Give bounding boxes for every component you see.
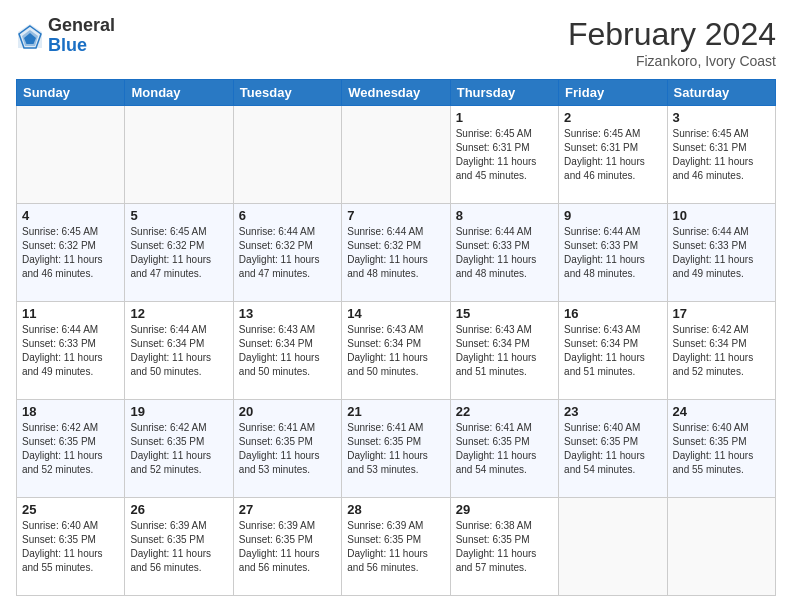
day-number: 9	[564, 208, 661, 223]
logo-blue-text: Blue	[48, 36, 115, 56]
day-info: Sunrise: 6:45 AM Sunset: 6:31 PM Dayligh…	[564, 128, 645, 181]
day-info: Sunrise: 6:43 AM Sunset: 6:34 PM Dayligh…	[456, 324, 537, 377]
calendar-cell	[233, 106, 341, 204]
day-number: 4	[22, 208, 119, 223]
calendar-cell: 6Sunrise: 6:44 AM Sunset: 6:32 PM Daylig…	[233, 204, 341, 302]
calendar-cell: 12Sunrise: 6:44 AM Sunset: 6:34 PM Dayli…	[125, 302, 233, 400]
day-info: Sunrise: 6:42 AM Sunset: 6:34 PM Dayligh…	[673, 324, 754, 377]
day-number: 13	[239, 306, 336, 321]
calendar-cell: 10Sunrise: 6:44 AM Sunset: 6:33 PM Dayli…	[667, 204, 775, 302]
calendar-header-sunday: Sunday	[17, 80, 125, 106]
day-number: 1	[456, 110, 553, 125]
day-info: Sunrise: 6:41 AM Sunset: 6:35 PM Dayligh…	[456, 422, 537, 475]
location: Fizankoro, Ivory Coast	[568, 53, 776, 69]
header-right: February 2024 Fizankoro, Ivory Coast	[568, 16, 776, 69]
calendar-cell: 20Sunrise: 6:41 AM Sunset: 6:35 PM Dayli…	[233, 400, 341, 498]
day-number: 12	[130, 306, 227, 321]
calendar-cell	[125, 106, 233, 204]
month-title: February 2024	[568, 16, 776, 53]
calendar-cell: 14Sunrise: 6:43 AM Sunset: 6:34 PM Dayli…	[342, 302, 450, 400]
calendar-cell: 1Sunrise: 6:45 AM Sunset: 6:31 PM Daylig…	[450, 106, 558, 204]
day-number: 11	[22, 306, 119, 321]
day-info: Sunrise: 6:42 AM Sunset: 6:35 PM Dayligh…	[22, 422, 103, 475]
day-info: Sunrise: 6:44 AM Sunset: 6:32 PM Dayligh…	[239, 226, 320, 279]
day-number: 17	[673, 306, 770, 321]
calendar-cell	[667, 498, 775, 596]
calendar-cell	[559, 498, 667, 596]
logo-icon	[16, 22, 44, 50]
day-info: Sunrise: 6:45 AM Sunset: 6:32 PM Dayligh…	[130, 226, 211, 279]
calendar-cell: 4Sunrise: 6:45 AM Sunset: 6:32 PM Daylig…	[17, 204, 125, 302]
day-number: 23	[564, 404, 661, 419]
day-info: Sunrise: 6:41 AM Sunset: 6:35 PM Dayligh…	[347, 422, 428, 475]
calendar-week-row: 25Sunrise: 6:40 AM Sunset: 6:35 PM Dayli…	[17, 498, 776, 596]
calendar-header-tuesday: Tuesday	[233, 80, 341, 106]
day-number: 18	[22, 404, 119, 419]
day-info: Sunrise: 6:39 AM Sunset: 6:35 PM Dayligh…	[239, 520, 320, 573]
day-number: 20	[239, 404, 336, 419]
day-number: 10	[673, 208, 770, 223]
calendar-cell: 5Sunrise: 6:45 AM Sunset: 6:32 PM Daylig…	[125, 204, 233, 302]
day-number: 5	[130, 208, 227, 223]
calendar-table: SundayMondayTuesdayWednesdayThursdayFrid…	[16, 79, 776, 596]
day-info: Sunrise: 6:45 AM Sunset: 6:31 PM Dayligh…	[673, 128, 754, 181]
day-info: Sunrise: 6:44 AM Sunset: 6:33 PM Dayligh…	[456, 226, 537, 279]
day-number: 22	[456, 404, 553, 419]
page: General Blue February 2024 Fizankoro, Iv…	[0, 0, 792, 612]
calendar-cell: 2Sunrise: 6:45 AM Sunset: 6:31 PM Daylig…	[559, 106, 667, 204]
calendar-cell: 19Sunrise: 6:42 AM Sunset: 6:35 PM Dayli…	[125, 400, 233, 498]
day-info: Sunrise: 6:40 AM Sunset: 6:35 PM Dayligh…	[22, 520, 103, 573]
day-info: Sunrise: 6:44 AM Sunset: 6:33 PM Dayligh…	[22, 324, 103, 377]
calendar-cell: 25Sunrise: 6:40 AM Sunset: 6:35 PM Dayli…	[17, 498, 125, 596]
calendar-cell: 26Sunrise: 6:39 AM Sunset: 6:35 PM Dayli…	[125, 498, 233, 596]
logo-general-text: General	[48, 16, 115, 36]
day-info: Sunrise: 6:45 AM Sunset: 6:31 PM Dayligh…	[456, 128, 537, 181]
day-info: Sunrise: 6:45 AM Sunset: 6:32 PM Dayligh…	[22, 226, 103, 279]
day-number: 15	[456, 306, 553, 321]
day-info: Sunrise: 6:43 AM Sunset: 6:34 PM Dayligh…	[564, 324, 645, 377]
calendar-cell: 15Sunrise: 6:43 AM Sunset: 6:34 PM Dayli…	[450, 302, 558, 400]
calendar-cell: 23Sunrise: 6:40 AM Sunset: 6:35 PM Dayli…	[559, 400, 667, 498]
day-info: Sunrise: 6:44 AM Sunset: 6:34 PM Dayligh…	[130, 324, 211, 377]
calendar-cell: 8Sunrise: 6:44 AM Sunset: 6:33 PM Daylig…	[450, 204, 558, 302]
calendar-cell: 11Sunrise: 6:44 AM Sunset: 6:33 PM Dayli…	[17, 302, 125, 400]
calendar-cell: 17Sunrise: 6:42 AM Sunset: 6:34 PM Dayli…	[667, 302, 775, 400]
day-info: Sunrise: 6:39 AM Sunset: 6:35 PM Dayligh…	[347, 520, 428, 573]
day-number: 3	[673, 110, 770, 125]
calendar-cell: 24Sunrise: 6:40 AM Sunset: 6:35 PM Dayli…	[667, 400, 775, 498]
calendar-header-saturday: Saturday	[667, 80, 775, 106]
calendar-header-friday: Friday	[559, 80, 667, 106]
day-number: 16	[564, 306, 661, 321]
day-info: Sunrise: 6:40 AM Sunset: 6:35 PM Dayligh…	[564, 422, 645, 475]
day-info: Sunrise: 6:44 AM Sunset: 6:32 PM Dayligh…	[347, 226, 428, 279]
day-number: 2	[564, 110, 661, 125]
day-number: 26	[130, 502, 227, 517]
day-number: 25	[22, 502, 119, 517]
day-info: Sunrise: 6:44 AM Sunset: 6:33 PM Dayligh…	[564, 226, 645, 279]
day-number: 8	[456, 208, 553, 223]
calendar-cell: 3Sunrise: 6:45 AM Sunset: 6:31 PM Daylig…	[667, 106, 775, 204]
day-info: Sunrise: 6:43 AM Sunset: 6:34 PM Dayligh…	[347, 324, 428, 377]
day-number: 6	[239, 208, 336, 223]
calendar-cell: 28Sunrise: 6:39 AM Sunset: 6:35 PM Dayli…	[342, 498, 450, 596]
header: General Blue February 2024 Fizankoro, Iv…	[16, 16, 776, 69]
logo: General Blue	[16, 16, 115, 56]
calendar-week-row: 4Sunrise: 6:45 AM Sunset: 6:32 PM Daylig…	[17, 204, 776, 302]
calendar-cell: 13Sunrise: 6:43 AM Sunset: 6:34 PM Dayli…	[233, 302, 341, 400]
day-number: 24	[673, 404, 770, 419]
day-info: Sunrise: 6:39 AM Sunset: 6:35 PM Dayligh…	[130, 520, 211, 573]
day-info: Sunrise: 6:38 AM Sunset: 6:35 PM Dayligh…	[456, 520, 537, 573]
calendar-week-row: 11Sunrise: 6:44 AM Sunset: 6:33 PM Dayli…	[17, 302, 776, 400]
calendar-cell: 21Sunrise: 6:41 AM Sunset: 6:35 PM Dayli…	[342, 400, 450, 498]
day-info: Sunrise: 6:40 AM Sunset: 6:35 PM Dayligh…	[673, 422, 754, 475]
day-info: Sunrise: 6:44 AM Sunset: 6:33 PM Dayligh…	[673, 226, 754, 279]
day-number: 7	[347, 208, 444, 223]
calendar-cell: 9Sunrise: 6:44 AM Sunset: 6:33 PM Daylig…	[559, 204, 667, 302]
calendar-cell: 7Sunrise: 6:44 AM Sunset: 6:32 PM Daylig…	[342, 204, 450, 302]
calendar-cell: 18Sunrise: 6:42 AM Sunset: 6:35 PM Dayli…	[17, 400, 125, 498]
day-number: 14	[347, 306, 444, 321]
calendar-cell: 22Sunrise: 6:41 AM Sunset: 6:35 PM Dayli…	[450, 400, 558, 498]
day-number: 29	[456, 502, 553, 517]
calendar-header-wednesday: Wednesday	[342, 80, 450, 106]
calendar-week-row: 1Sunrise: 6:45 AM Sunset: 6:31 PM Daylig…	[17, 106, 776, 204]
